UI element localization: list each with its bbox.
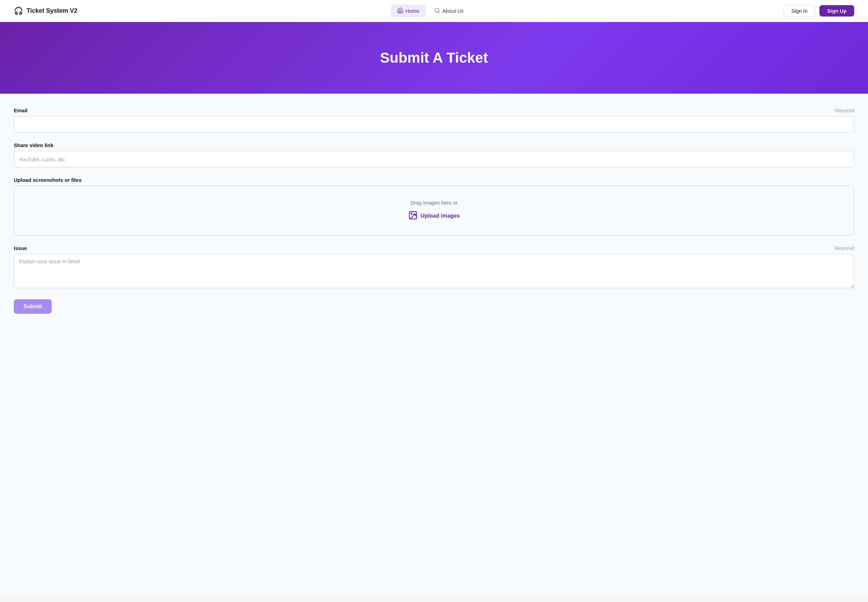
- issue-label-row: Issue Required: [14, 245, 854, 251]
- email-label: Email: [14, 108, 28, 113]
- hero-title: Submit A Ticket: [14, 49, 854, 66]
- upload-label: Upload screenshots or files: [14, 177, 81, 183]
- email-group: Email Required: [14, 108, 854, 133]
- upload-label-row: Upload screenshots or files: [14, 177, 854, 183]
- upload-link-text: Upload images: [421, 213, 460, 219]
- ticket-form: Email Required Share video link Upload s…: [14, 108, 854, 314]
- video-label: Share video link: [14, 142, 54, 148]
- issue-label: Issue: [14, 245, 27, 251]
- navbar: 🎧 Ticket System V2 Home About Us Sign: [0, 0, 868, 22]
- navbar-right: Sign In Sign Up: [784, 5, 854, 17]
- svg-point-3: [411, 213, 412, 215]
- email-label-row: Email Required: [14, 108, 854, 113]
- navbar-brand-area: 🎧 Ticket System V2: [14, 6, 77, 15]
- issue-textarea[interactable]: [14, 254, 854, 288]
- issue-group: Issue Required: [14, 245, 854, 290]
- main-content: Email Required Share video link Upload s…: [0, 94, 868, 598]
- upload-drag-text: Drag images here or: [410, 200, 458, 206]
- signin-button[interactable]: Sign In: [784, 5, 816, 17]
- upload-link[interactable]: Upload images: [408, 210, 460, 221]
- upload-image-icon: [408, 210, 418, 221]
- upload-group: Upload screenshots or files Drag images …: [14, 177, 854, 236]
- brand-name: Ticket System V2: [26, 7, 77, 14]
- upload-dropzone[interactable]: Drag images here or Upload images: [14, 186, 854, 236]
- home-icon: [397, 7, 403, 14]
- submit-button[interactable]: Submit: [14, 299, 52, 314]
- nav-about[interactable]: About Us: [428, 5, 470, 17]
- hero-banner: Submit A Ticket: [0, 22, 868, 94]
- search-icon: [434, 8, 440, 14]
- video-group: Share video link: [14, 142, 854, 167]
- nav-home-label: Home: [406, 8, 419, 14]
- svg-line-1: [438, 11, 439, 12]
- video-label-row: Share video link: [14, 142, 854, 148]
- video-input[interactable]: [14, 151, 854, 167]
- email-required: Required: [834, 108, 854, 113]
- email-input[interactable]: [14, 116, 854, 133]
- headphones-icon: 🎧: [14, 6, 23, 15]
- submit-row: Submit: [14, 299, 854, 314]
- issue-required: Required: [834, 246, 854, 251]
- navbar-center: Home About Us: [391, 5, 470, 17]
- signup-button[interactable]: Sign Up: [819, 5, 854, 17]
- nav-home[interactable]: Home: [391, 5, 426, 17]
- nav-about-label: About Us: [442, 8, 464, 14]
